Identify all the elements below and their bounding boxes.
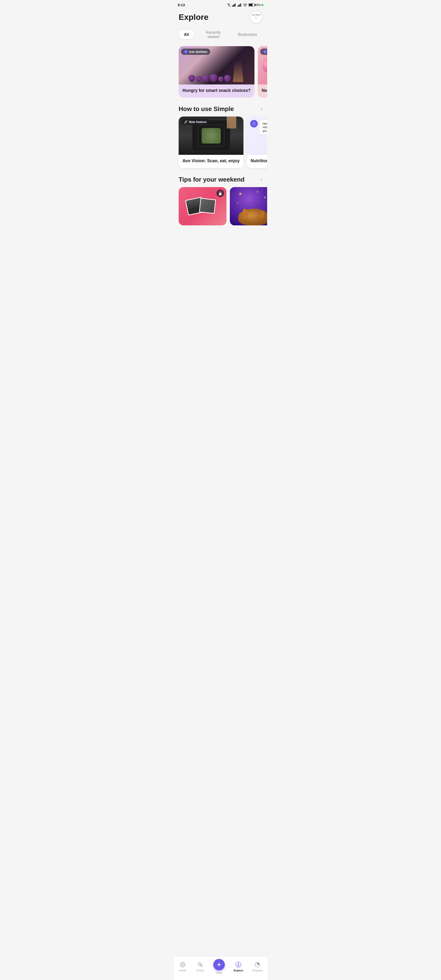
tips-card-1[interactable] <box>230 187 267 225</box>
mute-icon <box>227 3 231 7</box>
check-icon-0: ✓ <box>184 50 188 54</box>
berries-decoration <box>185 58 248 84</box>
ask-avo-body: Nutrition questions? Ask Avo! <box>247 155 267 168</box>
svg-point-12 <box>254 123 255 124</box>
bottom-spacer <box>174 229 267 234</box>
ask-avo-image: Hey! 👋How can I help you? Hey Avo, what … <box>247 116 267 155</box>
check-icon-1: ✓ <box>263 50 267 54</box>
charging-dot <box>262 4 263 6</box>
berry-3 <box>202 75 209 82</box>
ask-card-body-0: Hungry for smart snack choices? <box>179 84 254 98</box>
avatar-label: Let them ♡ <box>252 14 260 20</box>
svg-rect-5 <box>238 5 238 7</box>
avo-logo-icon <box>252 121 256 126</box>
avo-vision-card[interactable]: 🚀 New feature Avo Vision: Scan, eat, enj… <box>179 116 243 168</box>
hand-decoration <box>227 116 236 129</box>
avo-vision-image: 🚀 New feature <box>179 116 243 155</box>
avo-chat-row: Hey! 👋How can I help you? <box>250 120 267 134</box>
rocket-icon: 🚀 <box>184 120 188 124</box>
light-1 <box>240 193 241 195</box>
svg-rect-8 <box>240 3 241 7</box>
avo-avatar <box>250 120 258 127</box>
tips-card-0[interactable] <box>179 187 227 225</box>
tips-image-0 <box>179 187 227 225</box>
ask-dietitian-card-1[interactable]: ✓ Ask dietitian Need a gut tune-up? <box>258 46 267 98</box>
battery-percent: 66% <box>255 3 261 7</box>
ask-card-image-1: ✓ Ask dietitian <box>258 46 267 84</box>
main-content: Explore Let them ♡ All Recently viewed B… <box>174 8 267 256</box>
battery-icon <box>249 3 255 6</box>
tips-section-title: Tips for your weekend <box>179 176 244 183</box>
avo-vision-body: Avo Vision: Scan, eat, enjoy <box>179 155 243 168</box>
new-feature-badge: 🚀 New feature <box>181 119 209 125</box>
svg-rect-4 <box>235 3 236 7</box>
status-icons: 66% <box>227 3 263 7</box>
berry-1 <box>189 75 195 82</box>
tab-all[interactable]: All <box>179 30 194 39</box>
ask-card-title-1: Need a gut tune-up? <box>262 88 267 93</box>
tips-image-1 <box>230 187 267 225</box>
avo-message-bubble: Hey! 👋How can I help you? <box>260 120 267 134</box>
how-to-use-title: How to use Simple <box>179 105 234 113</box>
svg-rect-6 <box>238 5 239 7</box>
new-feature-label: New feature <box>189 120 207 124</box>
light-3 <box>237 202 238 204</box>
tab-recently-viewed[interactable]: Recently viewed <box>198 28 229 41</box>
tips-section-header[interactable]: Tips for your weekend › <box>174 172 267 186</box>
battery-container: 66% <box>249 3 263 7</box>
filter-tabs: All Recently viewed Bookmarks <box>174 26 267 45</box>
light-4 <box>257 191 259 192</box>
signal-icon <box>232 3 236 7</box>
ask-card-body-1: Need a gut tune-up? <box>258 84 267 98</box>
svg-rect-1 <box>232 5 233 7</box>
balloon-1 <box>262 58 267 72</box>
lock-badge-0 <box>216 189 224 197</box>
ask-avo-card[interactable]: Hey! 👋How can I help you? Hey Avo, what … <box>247 116 267 168</box>
photo-stack <box>187 198 219 214</box>
berry-4 <box>210 74 217 82</box>
berry-6 <box>224 75 231 82</box>
svg-rect-13 <box>219 193 222 195</box>
ask-dietitian-cards: ✓ Ask dietitian Hungry for smart snack c… <box>174 45 267 102</box>
ask-dietitian-card-0[interactable]: ✓ Ask dietitian Hungry for smart snack c… <box>179 46 254 98</box>
status-bar: 9:13 6 <box>174 0 267 8</box>
ask-card-title-0: Hungry for smart snack choices? <box>182 88 251 93</box>
svg-rect-3 <box>234 4 235 7</box>
header: Explore Let them ♡ <box>174 8 267 26</box>
ice-cream-cone <box>232 60 245 82</box>
food-party-bg <box>230 187 267 225</box>
avo-message-text: Hey! 👋How can I help you? <box>263 122 267 132</box>
roast-container <box>238 204 267 225</box>
chat-background: Hey! 👋How can I help you? Hey Avo, what … <box>247 116 267 155</box>
svg-rect-7 <box>240 4 240 7</box>
how-to-use-cards: 🚀 New feature Avo Vision: Scan, eat, enj… <box>174 116 267 172</box>
page-title: Explore <box>179 13 209 22</box>
ask-avo-title: Nutrition questions? Ask Avo! <box>251 158 267 164</box>
light-2 <box>264 197 266 198</box>
photo-2 <box>199 198 216 214</box>
avo-vision-title: Avo Vision: Scan, eat, enjoy <box>182 158 240 164</box>
lock-icon-0 <box>219 191 222 195</box>
svg-rect-2 <box>233 5 234 7</box>
how-to-use-chevron: › <box>261 106 262 112</box>
signal2-icon <box>238 3 242 7</box>
ask-card-image-0: ✓ Ask dietitian <box>179 46 254 84</box>
tips-cards <box>174 186 267 229</box>
battery-tip <box>255 4 255 6</box>
avatar-button[interactable]: Let them ♡ <box>250 11 262 23</box>
battery-fill <box>249 4 252 6</box>
photo-2-inner <box>200 199 215 213</box>
ask-badge-0: ✓ Ask dietitian <box>181 49 210 55</box>
tips-chevron: › <box>261 177 262 183</box>
berry-5 <box>218 76 224 82</box>
ask-badge-1: ✓ Ask dietitian <box>260 49 267 55</box>
ask-badge-label-0: Ask dietitian <box>189 50 207 54</box>
tab-bookmarks[interactable]: Bookmarks <box>233 30 262 39</box>
berry-2 <box>196 76 201 82</box>
wifi-icon <box>243 3 247 7</box>
how-to-use-header[interactable]: How to use Simple › <box>174 102 267 116</box>
svg-point-9 <box>245 6 245 6</box>
status-time: 9:13 <box>178 3 185 7</box>
